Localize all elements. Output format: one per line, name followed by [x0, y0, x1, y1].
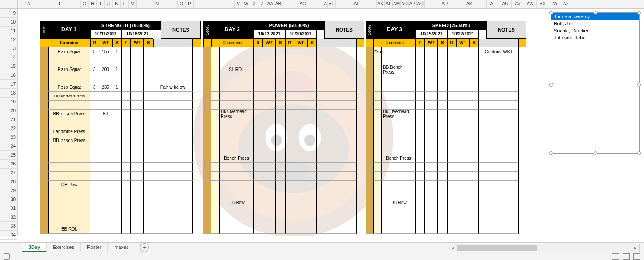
notes-cell[interactable]	[153, 56, 193, 65]
row-header[interactable]: 16	[0, 71, 17, 80]
exercise-cell[interactable]	[382, 216, 416, 225]
value-cell[interactable]	[416, 216, 425, 225]
value-cell[interactable]	[276, 145, 285, 154]
exercise-cell[interactable]	[382, 136, 416, 145]
value-cell[interactable]	[307, 181, 317, 189]
notes-cell[interactable]	[153, 189, 193, 198]
value-cell[interactable]	[90, 101, 99, 110]
max-cell[interactable]	[211, 207, 219, 216]
max-cell[interactable]	[211, 92, 219, 101]
exercise-cell[interactable]	[219, 225, 254, 234]
notes-cell[interactable]	[479, 216, 519, 225]
value-cell[interactable]	[438, 136, 447, 145]
value-cell[interactable]	[276, 118, 285, 127]
exercise-cell[interactable]	[382, 163, 416, 172]
value-cell[interactable]	[276, 110, 285, 118]
value-cell[interactable]	[99, 56, 112, 65]
value-cell[interactable]	[425, 198, 438, 207]
value-cell[interactable]	[438, 154, 447, 163]
value-cell[interactable]	[294, 207, 307, 216]
value-cell[interactable]	[294, 118, 307, 127]
value-cell[interactable]	[285, 216, 294, 225]
max-cell[interactable]	[374, 118, 382, 127]
value-cell[interactable]	[122, 172, 131, 181]
value-cell[interactable]	[469, 92, 479, 101]
value-cell[interactable]	[254, 101, 262, 110]
value-cell[interactable]	[425, 181, 438, 189]
spreadsheet-grid[interactable]: 100%DAY 1STRENGTH (70-85%)10/11/202110/1…	[18, 9, 644, 236]
value-cell[interactable]	[447, 207, 456, 216]
value-cell[interactable]	[112, 225, 122, 234]
value-cell[interactable]	[425, 92, 438, 101]
column-header[interactable]: AE	[328, 0, 336, 8]
value-cell[interactable]	[254, 127, 262, 136]
exercise-cell[interactable]: BB Bench Press	[382, 65, 416, 74]
value-cell[interactable]	[416, 198, 425, 207]
value-cell[interactable]	[469, 181, 479, 189]
column-header[interactable]: Z	[258, 0, 266, 8]
row-header[interactable]: 13	[0, 44, 17, 53]
column-header[interactable]: AP	[409, 0, 417, 8]
max-cell[interactable]	[211, 189, 219, 198]
value-cell[interactable]	[469, 172, 479, 181]
value-cell[interactable]	[144, 216, 153, 225]
value-cell[interactable]	[456, 181, 469, 189]
value-cell[interactable]	[276, 56, 285, 65]
value-cell[interactable]	[294, 92, 307, 101]
value-cell[interactable]	[456, 225, 469, 234]
page-layout-view-button[interactable]	[623, 253, 630, 260]
exercise-cell[interactable]	[48, 74, 90, 83]
value-cell[interactable]	[285, 225, 294, 234]
row-header[interactable]: 21	[0, 115, 17, 124]
value-cell[interactable]	[131, 154, 144, 163]
value-cell[interactable]	[285, 127, 294, 136]
value-cell[interactable]	[254, 92, 262, 101]
value-cell[interactable]	[456, 118, 469, 127]
column-header[interactable]: AO	[401, 0, 409, 8]
exercise-cell[interactable]: DB Row	[48, 181, 90, 189]
value-cell[interactable]	[469, 101, 479, 110]
max-cell[interactable]	[211, 65, 219, 74]
column-header[interactable]: AK	[377, 0, 385, 8]
value-cell[interactable]	[294, 47, 307, 56]
value-cell[interactable]	[425, 110, 438, 118]
value-cell[interactable]: 1	[112, 47, 122, 56]
max-cell[interactable]	[211, 118, 219, 127]
value-cell[interactable]	[254, 225, 262, 234]
value-cell[interactable]	[131, 181, 144, 189]
normal-view-button[interactable]	[612, 253, 619, 260]
value-cell[interactable]	[262, 74, 276, 83]
notes-cell[interactable]	[479, 172, 519, 181]
notes-cell[interactable]	[479, 56, 519, 65]
value-cell[interactable]	[307, 136, 317, 145]
value-cell[interactable]	[447, 136, 456, 145]
max-cell[interactable]	[211, 47, 219, 56]
row-header[interactable]: 28	[0, 177, 17, 186]
value-cell[interactable]	[90, 172, 99, 181]
value-cell[interactable]	[144, 83, 153, 92]
exercise-cell[interactable]	[219, 163, 254, 172]
exercise-cell[interactable]: BB RDL	[48, 225, 90, 234]
notes-cell[interactable]	[153, 65, 193, 74]
exercise-cell[interactable]	[219, 118, 254, 127]
value-cell[interactable]	[469, 145, 479, 154]
value-cell[interactable]	[144, 47, 153, 56]
max-cell[interactable]	[211, 225, 219, 234]
value-cell[interactable]	[294, 74, 307, 83]
column-header[interactable]: AA	[266, 0, 274, 8]
value-cell[interactable]	[456, 110, 469, 118]
date-cell[interactable]: 10/20/2021	[285, 30, 317, 39]
row-header[interactable]: 29	[0, 186, 17, 195]
value-cell[interactable]: 1	[112, 83, 122, 92]
value-cell[interactable]	[131, 136, 144, 145]
value-cell[interactable]	[122, 56, 131, 65]
notes-cell[interactable]	[479, 118, 519, 127]
column-header[interactable]: AC	[282, 0, 323, 8]
column-header[interactable]: AR	[425, 0, 465, 8]
value-cell[interactable]	[112, 181, 122, 189]
value-cell[interactable]: 155	[99, 47, 112, 56]
value-cell[interactable]	[294, 101, 307, 110]
notes-cell[interactable]	[153, 181, 193, 189]
max-cell[interactable]	[374, 145, 382, 154]
max-cell[interactable]	[374, 172, 382, 181]
